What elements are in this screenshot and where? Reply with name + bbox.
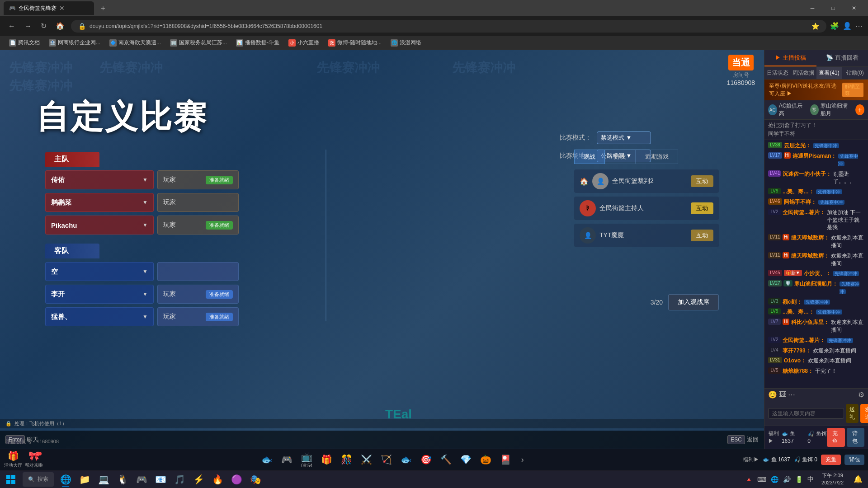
- maximize-btn[interactable]: □: [823, 0, 844, 16]
- center-tool-6[interactable]: ⚔️: [357, 450, 376, 469]
- center-tool-4[interactable]: 🎁: [317, 450, 336, 469]
- chat-msg-2: LV17 Hi 连通男Pisaman： 先锋赛中冲: [768, 152, 864, 168]
- center-tool-13[interactable]: 🎴: [496, 450, 515, 469]
- chat-input-field[interactable]: [768, 408, 844, 419]
- home-player-1[interactable]: 传佑 ▼: [45, 170, 154, 189]
- taskbar-app6[interactable]: 🎭: [246, 471, 264, 488]
- taskbar-terminal[interactable]: 💻: [94, 471, 113, 488]
- minimize-btn[interactable]: ─: [802, 0, 823, 16]
- welfare-right-btn[interactable]: 福利▶: [743, 456, 759, 464]
- taskbar-linux[interactable]: 🐧: [113, 471, 132, 488]
- center-tool-5[interactable]: 🎊: [337, 450, 356, 469]
- interact-btn-3[interactable]: 互动: [691, 230, 713, 241]
- subtab-daily[interactable]: 日活状态: [764, 67, 790, 79]
- away-player-2[interactable]: 李开 ▼: [45, 285, 154, 304]
- center-tool-10[interactable]: 🔨: [437, 450, 456, 469]
- mode-select[interactable]: 禁选模式 ▼: [597, 131, 651, 144]
- subtab-view[interactable]: 查看(41): [816, 67, 842, 79]
- system-clock[interactable]: 下午 2:09 2023/7/22: [818, 472, 847, 486]
- bookmark-playback[interactable]: 📊 播播数据-斗鱼: [232, 38, 283, 47]
- home-player-3[interactable]: Pikachu ▼: [45, 216, 154, 235]
- notification-center-btn[interactable]: 🔔: [850, 471, 866, 488]
- sidebar-tab-replay[interactable]: 📡 直播回看: [816, 50, 868, 66]
- spectator-tab-recent[interactable]: 近期游戏: [636, 150, 678, 164]
- bookmark-wangshang[interactable]: 🏦 网商银行企业网...: [45, 38, 104, 47]
- taskbar-files[interactable]: 📁: [75, 471, 94, 488]
- bookmark-tencent-docs[interactable]: 📄 腾讯文档: [5, 38, 43, 47]
- bookmark-xiaoliu[interactable]: 小 小六直播: [285, 38, 323, 47]
- emoji-btn[interactable]: 😊: [768, 390, 777, 399]
- profile-btn[interactable]: 👤: [843, 22, 852, 30]
- subtab-weekly[interactable]: 周活数据: [790, 67, 816, 79]
- subtab-diamond[interactable]: 钻励(0): [842, 67, 868, 79]
- more-btn[interactable]: ⋯: [855, 22, 863, 30]
- bookmark-langman[interactable]: 🌐 浪漫网络: [387, 38, 425, 47]
- welfare-btn[interactable]: 福利▶: [768, 430, 782, 445]
- tray-icon-volume[interactable]: 🔊: [782, 476, 792, 483]
- interact-btn-2[interactable]: 互动: [691, 202, 713, 214]
- interact-btn-1[interactable]: 互动: [691, 175, 713, 187]
- refresh-btn[interactable]: ↻: [38, 20, 49, 32]
- tray-icon-battery[interactable]: 🔋: [794, 476, 804, 483]
- donate-btn[interactable]: 送礼: [846, 404, 859, 423]
- taskbar-app3[interactable]: ⚡: [189, 471, 208, 488]
- image-btn[interactable]: 🖼: [779, 390, 786, 399]
- backpack-btn[interactable]: 背包: [847, 428, 864, 447]
- center-tool-11[interactable]: 💎: [457, 450, 476, 469]
- unlock-btn[interactable]: 解锁至尊: [842, 83, 863, 97]
- help-btn[interactable]: 🎀 帮对来啦: [24, 450, 43, 469]
- back-btn[interactable]: ←: [5, 20, 18, 32]
- start-btn[interactable]: [2, 471, 20, 488]
- away-player-1[interactable]: 空 ▼: [45, 262, 154, 281]
- center-tool-9[interactable]: 🎯: [417, 450, 436, 469]
- new-tab-btn[interactable]: ＋: [96, 4, 110, 13]
- chat-messages-area[interactable]: LV38 云层之光： 先锋赛中冲 LV17 Hi 连通男Pisaman： 先锋赛…: [764, 140, 868, 388]
- windows-taskbar: 🔍 搜索 🌐 📁 💻 🐧 🎮 📧 🎵 ⚡ 🔥 🟣 🎭 🔺 ⌨ 🌐 🔊 🔋 中: [0, 470, 868, 488]
- close-btn[interactable]: ✕: [844, 0, 864, 16]
- home-player-2[interactable]: 鹈鹕菜 ▼: [45, 193, 154, 212]
- taskbar-steam[interactable]: 🎮: [132, 471, 151, 488]
- bookmark-nanjing[interactable]: 🔷 南京海欣天澳遭...: [106, 38, 165, 47]
- tools-more-btn[interactable]: ›: [516, 450, 529, 469]
- spectator-tab-friends[interactable]: 好友: [605, 150, 636, 164]
- center-tool-7[interactable]: 🏹: [377, 450, 396, 469]
- tray-icon-net[interactable]: 🌐: [769, 476, 780, 483]
- tab-close-btn[interactable]: ✕: [59, 5, 65, 12]
- center-tool-2[interactable]: 🎮: [278, 450, 297, 469]
- recharge-right-btn[interactable]: 充鱼: [821, 455, 841, 465]
- center-tool-1[interactable]: 🐟: [258, 450, 277, 469]
- settings-chat-btn[interactable]: ⚙: [858, 390, 864, 399]
- center-tool-3[interactable]: 📺08:54: [297, 450, 316, 469]
- spectator-tab-watch[interactable]: 观战: [574, 150, 605, 164]
- bookmark-tax[interactable]: 🏢 国家税务总局江苏...: [166, 38, 231, 47]
- taskbar-app2[interactable]: 🎵: [170, 471, 189, 488]
- taskbar-app1[interactable]: 📧: [151, 471, 170, 488]
- tray-icon-ime[interactable]: 中: [806, 475, 815, 483]
- taskbar-search[interactable]: 🔍 搜索: [23, 472, 54, 487]
- center-tool-12[interactable]: 🎃: [476, 450, 495, 469]
- activity-hall-btn[interactable]: 🎁 活动大厅: [4, 450, 23, 469]
- bookmark-weibo[interactable]: 微 微博-随时随地地...: [325, 38, 385, 47]
- tray-icon-2[interactable]: ⌨: [756, 476, 768, 483]
- chat-send-btn[interactable]: 发送: [860, 404, 868, 423]
- away-player-3[interactable]: 猛兽、 ▼: [45, 307, 154, 326]
- recharge-fish-btn[interactable]: 充鱼: [827, 428, 844, 447]
- more-chat-btn[interactable]: ⋯: [788, 390, 795, 399]
- home-nav-btn[interactable]: 🏠: [53, 20, 67, 32]
- taskbar-app4[interactable]: 🔥: [208, 471, 226, 488]
- backpack-right-btn[interactable]: 背包: [844, 455, 864, 465]
- taskbar-right-area: 🔺 ⌨ 🌐 🔊 🔋 中 下午 2:09 2023/7/22 🔔: [744, 471, 866, 488]
- add-friend-btn[interactable]: ＋: [855, 104, 864, 115]
- taskbar-edge[interactable]: 🌐: [57, 471, 75, 488]
- promo-banner[interactable]: 至尊/房间VIP/送礼水友/直选可入座 ▶ 解锁至尊: [764, 80, 868, 100]
- forward-btn[interactable]: →: [22, 20, 34, 32]
- extensions-btn[interactable]: 🧩: [830, 22, 839, 30]
- tray-icon-1[interactable]: 🔺: [744, 476, 754, 483]
- sidebar-tab-anchor[interactable]: ▶ 主播投稿: [764, 50, 816, 66]
- chat-msg-6: LV2 全民街篮...薯片： 加油加油 下一个篮球王子就是我: [768, 209, 864, 231]
- active-tab[interactable]: 🎮 全民街篮先锋赛 ✕: [4, 1, 94, 15]
- url-input[interactable]: 🔒 douyu.com/topic/qmjlxfs1?rid=11680908&…: [71, 20, 826, 33]
- center-tool-8[interactable]: 🐟: [397, 450, 416, 469]
- join-battle-btn[interactable]: 加入观战席: [668, 294, 719, 310]
- taskbar-app5[interactable]: 🟣: [227, 471, 245, 488]
